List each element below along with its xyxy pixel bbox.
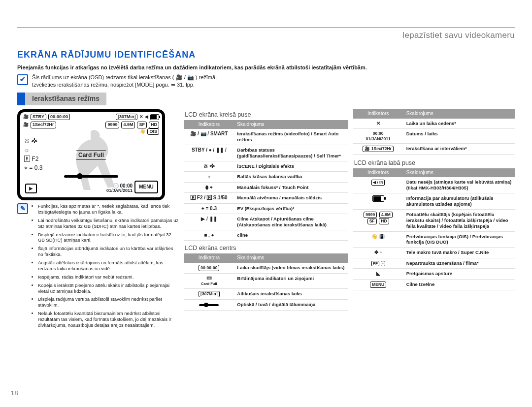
table-row: 9999 4.9MSF HDFotoattēlu skaitītājs (kop… — [353, 209, 515, 231]
sf-badge: SF — [137, 122, 147, 128]
table-row: 📼Card FullBrīdinājuma indikatori un ziņo… — [184, 273, 348, 289]
lcd-preview: 🎥 STBY 00:00:00 [307Min] ✕ ◀ 🎥 1Sec/72Hr — [17, 109, 165, 200]
remain-badge: [307Min] — [116, 114, 138, 120]
focus-indicator: 🄼 F2 — [24, 155, 42, 163]
table-row: ■ , ●cilne — [184, 230, 348, 241]
table-lcd-upper-right: IndikatorsSkaidrojums ✕Laika un laika ce… — [353, 109, 515, 155]
table-lcd-left: IndikatorsSkaidrojums 🎥 / 📷 / SMARTIerak… — [184, 120, 348, 241]
battery-icon — [372, 195, 384, 202]
table-row: STBY / ● / ❚❚ /Darbības statuss (gaidīša… — [184, 145, 348, 161]
table-row: MENUCilne Izvēlne — [353, 279, 515, 290]
table-row: ✕Laika un laika cedens* — [353, 119, 515, 129]
intro-text: Pieejamās funkcijas ir atkarīgas no izvē… — [17, 64, 515, 71]
table-row: PF ▫Nepārtrauktā uzņemšana / filma* — [353, 258, 515, 269]
hd-badge: HD — [149, 122, 159, 128]
interval-icon: 🎥 — [23, 122, 29, 127]
table-row: ▶ / ❚❚Cilne Atskaņot / Apturēšanas cilne… — [184, 214, 348, 230]
table-row: ⛭ ✲iSCENE / Digitālais efekts — [184, 161, 348, 172]
check-icon: ✔ — [17, 74, 28, 85]
table-row: Optiskā / tuvā / digitālā tālummaiņa — [184, 300, 348, 311]
page-number: 18 — [11, 389, 18, 397]
note-icon: ✎ — [17, 203, 28, 214]
table-row: ⌖ = 0.3EV (Ekspozīcijas vērtība)* — [184, 203, 348, 214]
ois-badge: OIS — [147, 128, 159, 135]
tick-bullet-2: Izvēlieties ierakstīšanas režīmu, nospie… — [32, 82, 217, 89]
lcd-date: 01/JAN/2011 — [106, 188, 133, 193]
notes-list: Funkcijas, kas apzīmētas ar *, netiek sa… — [31, 203, 179, 331]
center-section-title: LCD ekrāna centrs — [185, 245, 348, 252]
rec-button-icon: ▶ — [25, 184, 37, 193]
mode-heading: Ierakstīšanas režīms — [17, 93, 515, 105]
table-row: Informācija par akumulatoru (atlikušais … — [353, 193, 515, 210]
expo-indicator: ⌖ = 0.3 — [24, 163, 42, 172]
table-row: ◣Pretgaismas apsture — [353, 269, 515, 280]
table-row: 🎥 / 📷 / SMARTIerakstīšanas režīms (video… — [184, 129, 348, 145]
table-row: 00:00:00Laika skaitītājs (video filmas i… — [184, 263, 348, 274]
table-row: ☼Baltās krāsas balansa vadība — [184, 172, 348, 183]
table-row: 👋 📳Pretvibracijas funkcija (OIS) / Pretv… — [353, 231, 515, 248]
breadcrumb: Iepazīstiet savu videokameru — [17, 30, 515, 40]
table-row: [307Min]Atlikušais ierakstīšanas laiks — [184, 289, 348, 300]
card-full-label: Card Full — [76, 150, 106, 159]
right-section-title: LCD ekrāna labā puse — [354, 159, 515, 167]
table-row: 00:00 01/JAN/2011Datums / laiks — [353, 129, 515, 144]
table-row: 🎥 1Sec/72HrIerakstīšana ar intervāliem* — [353, 144, 515, 155]
table-lcd-center: IndikatorsSkaidrojums 00:00:00Laika skai… — [184, 253, 348, 311]
table-row: ⬮ ⌖Manuālais fokuss* / Touch Point — [184, 182, 348, 193]
timer-badge: 00:00:00 — [48, 114, 70, 120]
menu-button-icon: MENU — [134, 181, 158, 193]
ois-icon: 👋 — [140, 129, 145, 134]
zoom-gauge — [64, 175, 118, 178]
table-lcd-right: IndikatorsSkaidrojums ◀ / INDatu nesējs … — [353, 168, 515, 290]
page-title: EKRĀNA RĀDĪJUMU IDENTIFICĒŠANA — [17, 49, 515, 61]
table-row: ✥ ▫Tele makro tuvā makro / Super C.Nite — [353, 248, 515, 258]
left-section-title: LCD ekrāna kreisā puse — [185, 111, 348, 119]
fader-icon: ✕ ◀ — [139, 114, 148, 120]
table-row: 🄼 F2 / 🄼 S.1/50Manuālā atvēruma / manuāl… — [184, 193, 348, 204]
tick-bullet-1: Šis rādījums uz ekrāna (OSD) redzams tik… — [32, 74, 217, 81]
stby-badge: STBY — [31, 114, 46, 120]
movie-icon: 🎥 — [23, 114, 29, 120]
table-row: ◀ / INDatu nesējs (atmiņas karte vai ieb… — [353, 177, 515, 193]
